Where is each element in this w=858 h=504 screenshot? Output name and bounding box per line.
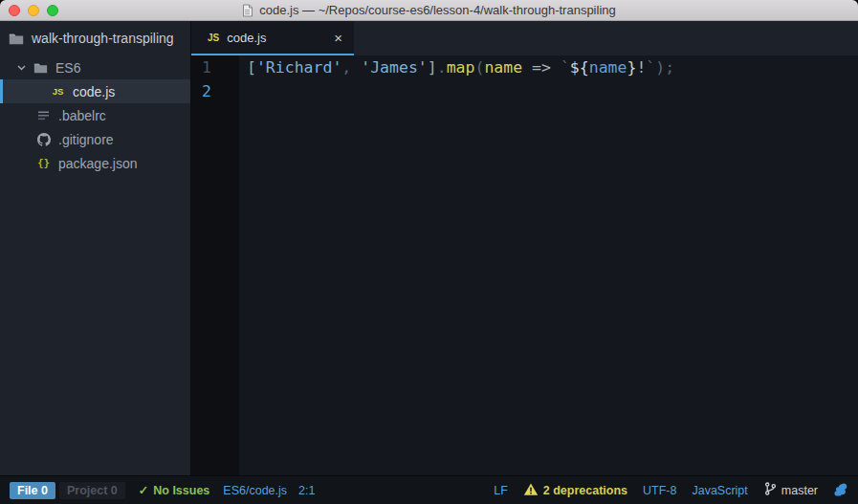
tree-item-es6[interactable]: ES6	[0, 55, 190, 79]
git-branch-indicator[interactable]: master	[763, 481, 818, 499]
code-token: }	[627, 58, 636, 77]
folder-icon	[8, 33, 24, 45]
code-token: =>	[532, 58, 551, 77]
code-token: ${	[570, 58, 589, 77]
braces-icon: {}	[35, 157, 52, 169]
js-file-icon: JS	[208, 33, 219, 43]
code-area[interactable]: ['Richard', 'James'].map(name => `${name…	[239, 55, 674, 475]
code-token	[522, 58, 532, 77]
check-icon: ✓	[139, 483, 148, 497]
close-window-button[interactable]	[9, 5, 20, 16]
code-token: ,	[341, 58, 361, 77]
line-number[interactable]: 1	[202, 55, 239, 79]
code-token: 'Richard'	[256, 58, 341, 77]
project-root-label: walk-through-transpiling	[32, 31, 174, 46]
code-line[interactable]: ['Richard', 'James'].map(name => `${name…	[247, 55, 674, 79]
code-token	[551, 58, 561, 77]
document-icon	[242, 4, 253, 17]
code-token: (	[474, 58, 484, 77]
code-token: `	[561, 58, 570, 77]
language-indicator[interactable]: JavaScript	[692, 484, 747, 497]
tree-item-package-json[interactable]: {}package.json	[0, 151, 190, 175]
tab-bar: JS code.js ×	[191, 21, 858, 55]
project-root-folder[interactable]: walk-through-transpiling	[0, 21, 190, 55]
lint-status-label: No Issues	[153, 484, 209, 497]
text-editor[interactable]: 12 ['Richard', 'James'].map(name => `${n…	[191, 55, 858, 475]
tree-view: walk-through-transpiling ES6JScode.js.ba…	[0, 21, 191, 475]
code-token: [	[247, 58, 256, 77]
editor-pane: JS code.js × 12 ['Richard', 'James'].map…	[191, 21, 858, 475]
tab-code-js[interactable]: JS code.js ×	[191, 21, 354, 55]
lint-status[interactable]: ✓ No Issues	[139, 483, 210, 497]
tree-item-label: .gitignore	[58, 132, 114, 147]
code-line[interactable]	[247, 79, 674, 103]
status-bar-right: LF 2 deprecations UTF-8 JavaScript maste…	[494, 481, 848, 499]
tree-item-label: ES6	[55, 60, 80, 76]
text-lines-icon	[35, 111, 52, 121]
project-issues-badge[interactable]: Project 0	[59, 482, 125, 499]
cursor-position[interactable]: 2:1	[298, 484, 315, 497]
deprecations-indicator[interactable]: 2 deprecations	[523, 482, 627, 499]
workspace: walk-through-transpiling ES6JScode.js.ba…	[0, 21, 858, 475]
folder-icon	[33, 62, 49, 74]
window-title-text: code.js — ~/Repos/course-es6/lesson-4/wa…	[259, 3, 616, 17]
github-icon	[35, 133, 52, 146]
tree-item-gitignore[interactable]: .gitignore	[0, 127, 190, 151]
window-title: code.js — ~/Repos/course-es6/lesson-4/wa…	[242, 3, 616, 17]
code-token: );	[655, 58, 674, 77]
warning-icon	[523, 482, 539, 499]
code-token: `	[646, 58, 655, 77]
git-branch-label: master	[781, 484, 818, 497]
tree-item-label: code.js	[73, 84, 115, 99]
minimize-window-button[interactable]	[28, 5, 39, 16]
squirrel-icon[interactable]	[833, 482, 848, 499]
code-token: map	[447, 58, 475, 77]
code-token: 'James'	[361, 58, 428, 77]
window-controls	[9, 0, 58, 21]
code-token: ]	[428, 58, 437, 77]
git-branch-icon	[763, 481, 778, 499]
tree-item-label: package.json	[58, 156, 138, 171]
close-tab-icon[interactable]: ×	[334, 31, 342, 45]
zoom-window-button[interactable]	[47, 5, 58, 16]
tree-item-label: .babelrc	[58, 108, 106, 123]
deprecations-label: 2 deprecations	[543, 484, 627, 497]
status-bar: File 0 Project 0 ✓ No Issues ES6/code.js…	[0, 475, 858, 504]
code-token: !	[636, 58, 646, 77]
tree-item-code-js[interactable]: JScode.js	[0, 79, 190, 103]
titlebar: code.js — ~/Repos/course-es6/lesson-4/wa…	[0, 0, 858, 21]
code-token: name	[589, 58, 627, 77]
file-issues-badge[interactable]: File 0	[10, 482, 55, 499]
encoding-indicator[interactable]: UTF-8	[643, 484, 676, 497]
tab-label: code.js	[227, 31, 266, 45]
line-number-gutter[interactable]: 12	[191, 55, 239, 475]
file-path[interactable]: ES6/code.js	[223, 484, 287, 497]
code-token: .	[437, 58, 447, 77]
tree-item-babelrc[interactable]: .babelrc	[0, 103, 190, 127]
chevron-down-icon[interactable]	[16, 65, 26, 71]
line-number[interactable]: 2	[202, 79, 239, 103]
code-token: name	[484, 58, 522, 77]
line-ending-indicator[interactable]: LF	[494, 484, 508, 497]
app-window: code.js — ~/Repos/course-es6/lesson-4/wa…	[0, 0, 858, 504]
js-icon: JS	[50, 86, 66, 97]
file-tree: ES6JScode.js.babelrc.gitignore{}package.…	[0, 55, 190, 175]
